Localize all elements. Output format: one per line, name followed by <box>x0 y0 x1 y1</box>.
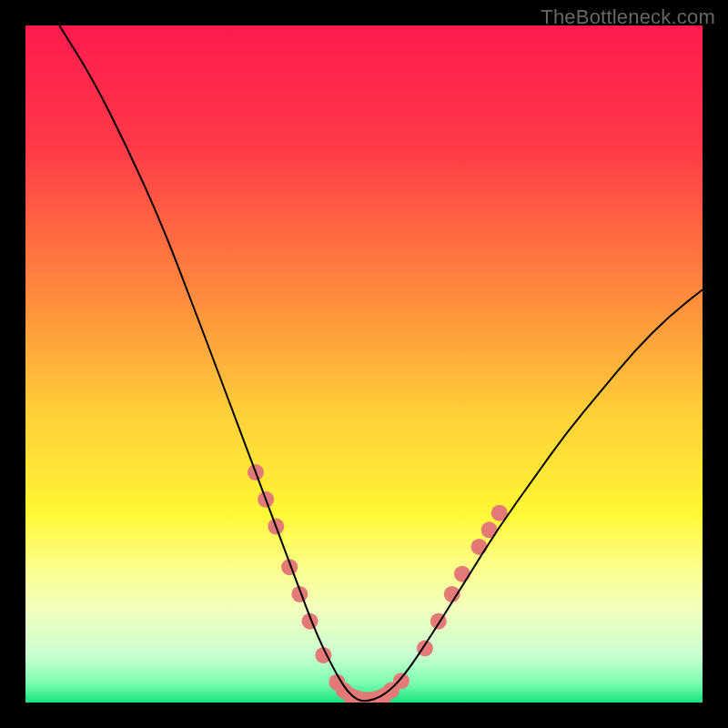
chart-frame: TheBottleneck.com <box>0 0 728 728</box>
chart-svg <box>25 25 703 703</box>
marker-dot <box>393 672 410 689</box>
marker-dot <box>454 566 470 582</box>
gradient-background <box>25 25 703 703</box>
watermark-text: TheBottleneck.com <box>541 5 715 29</box>
marker-dot <box>470 539 487 555</box>
plot-area <box>25 25 703 703</box>
